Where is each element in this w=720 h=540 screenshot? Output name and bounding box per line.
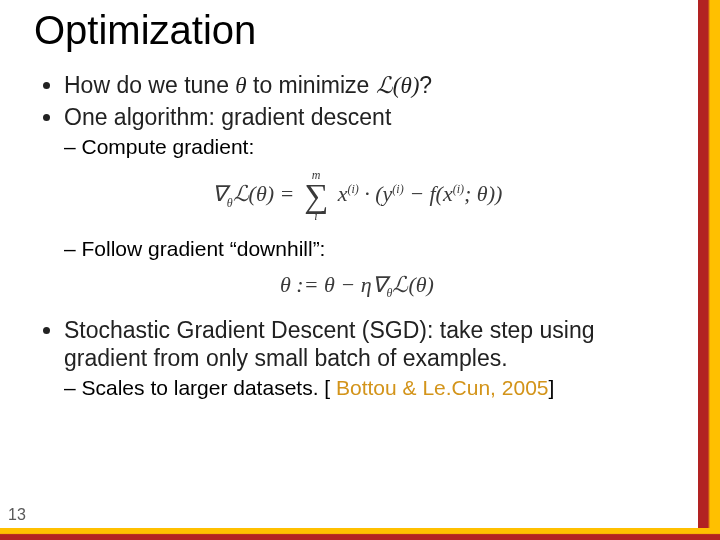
page-number: 13	[8, 506, 26, 524]
content-area: Optimization How do we tune θ to minimiz…	[34, 8, 680, 522]
equation-update: θ := θ − η∇θℒ(θ)	[34, 272, 680, 301]
accent-horizontal-bar	[0, 528, 720, 540]
sub-list-gd: Compute gradient:	[34, 134, 680, 160]
sub-scales: Scales to larger datasets. [ Bottou & Le…	[64, 375, 680, 401]
citation: Bottou & Le.Cun, 2005	[336, 376, 549, 399]
bullet-list-2: Stochastic Gradient Descent (SGD): take …	[34, 316, 680, 374]
bullet-algo: One algorithm: gradient descent	[64, 103, 680, 132]
slide-title: Optimization	[34, 8, 680, 53]
equation-gradient: ∇θℒ(θ) = m∑i x(i) · (y(i) − f(x(i); θ))	[34, 170, 680, 222]
sub-follow-grad: Follow gradient “downhill”:	[64, 236, 680, 262]
sub-list-scale: Scales to larger datasets. [ Bottou & Le…	[34, 375, 680, 401]
bullet-tune: How do we tune θ to minimize ℒ(θ)?	[64, 71, 680, 101]
bullet-sgd: Stochastic Gradient Descent (SGD): take …	[64, 316, 680, 374]
sub-compute-grad: Compute gradient:	[64, 134, 680, 160]
bullet-list: How do we tune θ to minimize ℒ(θ)? One a…	[34, 71, 680, 132]
sub-list-follow: Follow gradient “downhill”:	[34, 236, 680, 262]
slide: Optimization How do we tune θ to minimiz…	[0, 0, 720, 540]
accent-vertical-bar	[698, 0, 720, 540]
